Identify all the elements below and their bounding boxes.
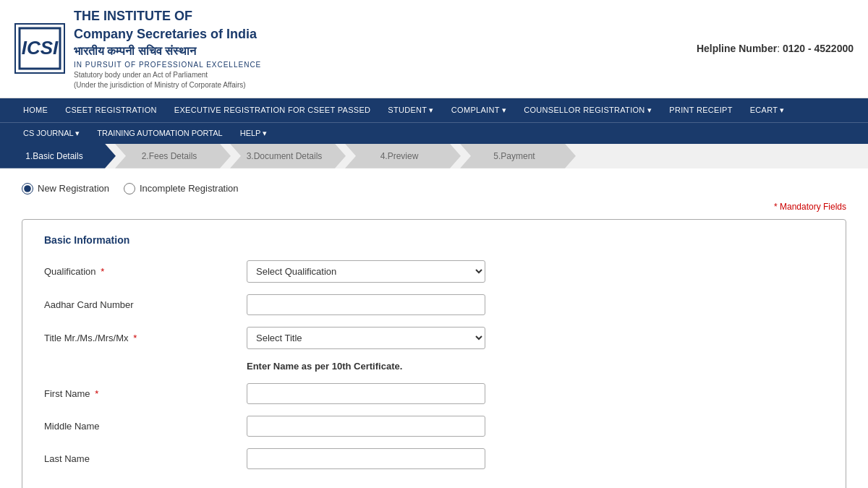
main-nav-item[interactable]: CSEET REGISTRATION: [56, 98, 166, 122]
middle-name-label: Middle Name: [44, 421, 247, 432]
logo-area: ICSI THE INSTITUTE OF Company Secretarie…: [14, 7, 261, 90]
registration-type: New Registration Incomplete Registration: [22, 183, 846, 194]
qualification-select[interactable]: Select Qualification 10th Pass 12th Pass…: [247, 260, 485, 283]
progress-step-1[interactable]: 1.Basic Details: [0, 144, 116, 168]
progress-step-4[interactable]: 4.Preview: [345, 144, 461, 168]
incomplete-registration-label[interactable]: Incomplete Registration: [124, 183, 239, 194]
title-required: *: [133, 333, 137, 343]
progress-step-5[interactable]: 5.Payment: [460, 144, 576, 168]
progress-step-3[interactable]: 3.Document Details: [230, 144, 346, 168]
main-nav-item[interactable]: STUDENT ▾: [379, 98, 443, 122]
new-registration-text: New Registration: [38, 183, 109, 194]
last-name-row: Last Name: [44, 448, 824, 469]
title-select[interactable]: Select Title Mr. Ms. Mrs. Mx.: [247, 327, 485, 349]
helpline-number: 0120 - 4522000: [783, 43, 854, 54]
institute-name-line1: THE INSTITUTE OF: [74, 7, 261, 25]
first-name-label: First Name *: [44, 388, 247, 399]
svg-text:ICSI: ICSI: [22, 37, 59, 59]
qualification-required: *: [101, 266, 104, 277]
institute-name: THE INSTITUTE OF Company Secretaries of …: [74, 7, 261, 90]
aadhar-row: Aadhar Card Number: [44, 294, 824, 315]
name-note: Enter Name as per 10th Certificate.: [247, 361, 824, 372]
content: New Registration Incomplete Registration…: [0, 168, 868, 488]
progress-bar: 1.Basic Details2.Fees Details3.Document …: [0, 144, 868, 168]
last-name-input[interactable]: [247, 448, 485, 469]
main-nav-item[interactable]: PRINT RECEIPT: [660, 98, 741, 122]
main-nav-item[interactable]: COUNSELLOR REGISTRATION ▾: [515, 98, 660, 122]
institute-name-line2: Company Secretaries of India: [74, 25, 261, 43]
qualification-label: Qualification *: [44, 266, 247, 277]
last-name-label: Last Name: [44, 453, 247, 464]
qualification-row: Qualification * Select Qualification 10t…: [44, 260, 824, 283]
first-name-input[interactable]: [247, 383, 485, 404]
aadhar-label: Aadhar Card Number: [44, 299, 247, 310]
helpline-label: Helpline Number: [697, 43, 777, 54]
main-nav-item[interactable]: COMPLAINT ▾: [443, 98, 515, 122]
logo: ICSI: [14, 23, 65, 74]
first-name-required: *: [95, 388, 98, 399]
form-card: Basic Information Qualification * Select…: [22, 219, 846, 488]
incomplete-registration-radio[interactable]: [124, 183, 135, 194]
main-nav-item[interactable]: HOME: [14, 98, 56, 122]
sub1: Statutory body under an Act of Parliamen…: [74, 70, 261, 80]
aadhar-input[interactable]: [247, 294, 485, 315]
title-row: Title Mr./Ms./Mrs/Mx * Select Title Mr. …: [44, 327, 824, 349]
helpline: Helpline Number: 0120 - 4522000: [697, 43, 854, 54]
sub-nav-item[interactable]: HELP ▾: [231, 123, 276, 144]
first-name-row: First Name *: [44, 383, 824, 404]
institute-name-hindi: भारतीय कम्पनी सचिव संस्थान: [74, 43, 261, 59]
sub-nav: CS JOURNAL ▾TRAINING AUTOMATION PORTALHE…: [0, 122, 868, 144]
sub-nav-item[interactable]: TRAINING AUTOMATION PORTAL: [88, 123, 231, 144]
middle-name-row: Middle Name: [44, 416, 824, 437]
tagline: IN PURSUIT OF PROFESSIONAL EXCELLENCE: [74, 60, 261, 70]
mandatory-note: * Mandatory Fields: [22, 202, 846, 212]
main-nav-item[interactable]: ECART ▾: [741, 98, 793, 122]
header: ICSI THE INSTITUTE OF Company Secretarie…: [0, 0, 868, 98]
main-nav: HOMECSEET REGISTRATIONEXECUTIVE REGISTRA…: [0, 98, 868, 122]
middle-name-input[interactable]: [247, 416, 485, 437]
progress-step-2[interactable]: 2.Fees Details: [115, 144, 231, 168]
new-registration-radio[interactable]: [22, 183, 33, 194]
incomplete-registration-text: Incomplete Registration: [140, 183, 239, 194]
sub-nav-item[interactable]: CS JOURNAL ▾: [14, 123, 88, 144]
main-nav-item[interactable]: EXECUTIVE REGISTRATION FOR CSEET PASSED: [166, 98, 379, 122]
new-registration-label[interactable]: New Registration: [22, 183, 109, 194]
sub2: (Under the jurisdiction of Ministry of C…: [74, 80, 261, 90]
section-title: Basic Information: [44, 234, 824, 246]
title-label: Title Mr./Ms./Mrs/Mx *: [44, 333, 247, 343]
